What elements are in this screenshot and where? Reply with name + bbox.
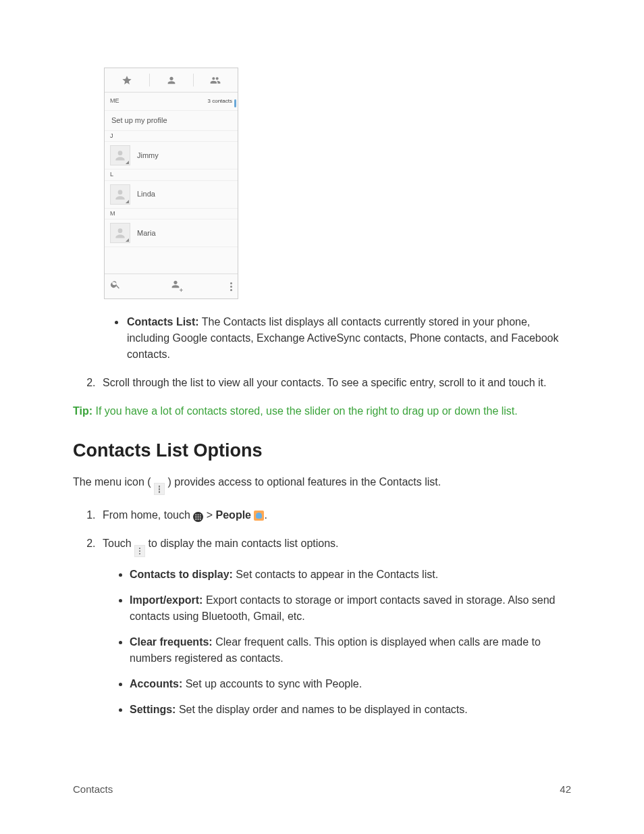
- scroll-indicator[interactable]: [234, 99, 236, 107]
- step-people-label: People: [216, 509, 251, 521]
- person-icon: [113, 226, 127, 240]
- option-text: Set contacts to appear in the Contacts l…: [233, 569, 438, 580]
- step-1: From home, touch > People .: [99, 507, 571, 523]
- menu-button[interactable]: [230, 282, 232, 291]
- step-text: Touch: [103, 538, 134, 549]
- section-header-l: L: [105, 170, 238, 181]
- list-item: Contacts to display: Set contacts to app…: [130, 567, 571, 583]
- step-list: From home, touch > People . Touch to dis…: [73, 507, 571, 718]
- person-icon: [113, 188, 127, 201]
- star-icon: [122, 75, 132, 86]
- list-item: Clear frequents: Clear frequent calls. T…: [130, 634, 571, 667]
- contact-row[interactable]: Linda: [105, 181, 238, 209]
- phone-screenshot: ME 3 contacts Set up my profile J Jimmy …: [104, 68, 238, 299]
- person-icon: [113, 149, 127, 162]
- svg-point-3: [196, 515, 197, 516]
- section-heading: Contacts List Options: [73, 437, 571, 465]
- option-label: Contacts to display:: [130, 569, 233, 580]
- svg-point-4: [198, 515, 199, 516]
- tab-contacts[interactable]: [149, 68, 194, 92]
- me-label: ME: [110, 97, 119, 106]
- step-text: From home, touch: [103, 509, 193, 521]
- svg-point-2: [118, 228, 123, 233]
- tab-favorites[interactable]: [105, 68, 149, 92]
- phone-footer: +: [105, 273, 238, 298]
- tip-line: Tip: If you have a lot of contacts store…: [73, 403, 571, 419]
- step-list-top: Scroll through the list to view all your…: [73, 375, 571, 391]
- list-item: Settings: Set the display order and name…: [130, 702, 571, 718]
- list-item: Accounts: Set up accounts to sync with P…: [130, 676, 571, 692]
- step-2: Scroll through the list to view all your…: [99, 375, 571, 391]
- tip-text: If you have a lot of contacts stored, us…: [92, 405, 518, 417]
- intro-bullets: Contacts List: The Contacts list display…: [73, 314, 571, 363]
- contact-row[interactable]: Jimmy: [105, 142, 238, 170]
- menu-icon: [154, 483, 165, 495]
- phone-contact-list[interactable]: ME 3 contacts Set up my profile J Jimmy …: [105, 93, 238, 273]
- plus-icon: +: [180, 286, 183, 296]
- setup-profile[interactable]: Set up my profile: [105, 111, 238, 131]
- document-page: ME 3 contacts Set up my profile J Jimmy …: [0, 0, 644, 834]
- footer-page-number: 42: [560, 782, 571, 798]
- svg-point-1: [118, 190, 123, 194]
- intro-paragraph: The menu icon ( ) provides access to opt…: [73, 474, 571, 496]
- svg-point-5: [200, 515, 201, 516]
- avatar: [110, 223, 130, 243]
- group-icon: [210, 75, 221, 86]
- intro-after: ) provides access to optional features i…: [168, 476, 441, 488]
- contact-row[interactable]: Maria: [105, 219, 238, 247]
- section-header-j: J: [105, 131, 238, 142]
- option-text: Set up accounts to sync with People.: [182, 678, 362, 689]
- add-contact-button[interactable]: +: [170, 278, 181, 294]
- svg-point-7: [198, 517, 199, 518]
- svg-point-0: [118, 151, 123, 155]
- footer-section: Contacts: [73, 782, 113, 798]
- svg-point-6: [196, 517, 197, 518]
- section-header-m: M: [105, 209, 238, 220]
- person-icon: [166, 75, 177, 86]
- menu-icon: [134, 545, 145, 557]
- list-item: Contacts List: The Contacts list display…: [126, 314, 571, 363]
- avatar: [110, 145, 130, 165]
- contact-name: Maria: [137, 228, 156, 239]
- option-label: Import/export:: [130, 594, 203, 606]
- option-text: Set the display order and names to be di…: [176, 704, 467, 715]
- intro-before: The menu icon (: [73, 476, 151, 488]
- svg-point-9: [196, 519, 197, 520]
- options-list: Contacts to display: Set contacts to app…: [103, 567, 571, 718]
- bullet-label: Contacts List:: [127, 316, 199, 328]
- people-app-icon: [254, 511, 264, 521]
- page-footer: Contacts 42: [73, 782, 571, 798]
- step-period: .: [264, 509, 267, 521]
- list-item: Import/export: Export contacts to storag…: [130, 592, 571, 625]
- step-text: to display the main contacts list option…: [149, 538, 339, 549]
- avatar: [110, 184, 130, 205]
- search-button[interactable]: [110, 278, 121, 294]
- me-header: ME 3 contacts: [105, 93, 238, 111]
- contact-name: Linda: [137, 188, 155, 200]
- phone-tab-bar: [105, 68, 238, 93]
- option-label: Settings:: [130, 704, 176, 715]
- tab-groups[interactable]: [193, 68, 238, 92]
- option-label: Clear frequents:: [130, 636, 213, 648]
- apps-icon: [193, 512, 203, 522]
- svg-point-11: [200, 519, 201, 520]
- svg-point-10: [198, 519, 199, 520]
- search-icon: [110, 279, 121, 290]
- step-2b: Touch to display the main contacts list …: [99, 536, 571, 718]
- option-label: Accounts:: [130, 678, 182, 689]
- svg-point-8: [200, 517, 201, 518]
- tip-label: Tip:: [73, 405, 92, 417]
- step-gt: >: [207, 509, 216, 521]
- contact-count: 3 contacts: [208, 97, 232, 105]
- contact-name: Jimmy: [137, 150, 159, 161]
